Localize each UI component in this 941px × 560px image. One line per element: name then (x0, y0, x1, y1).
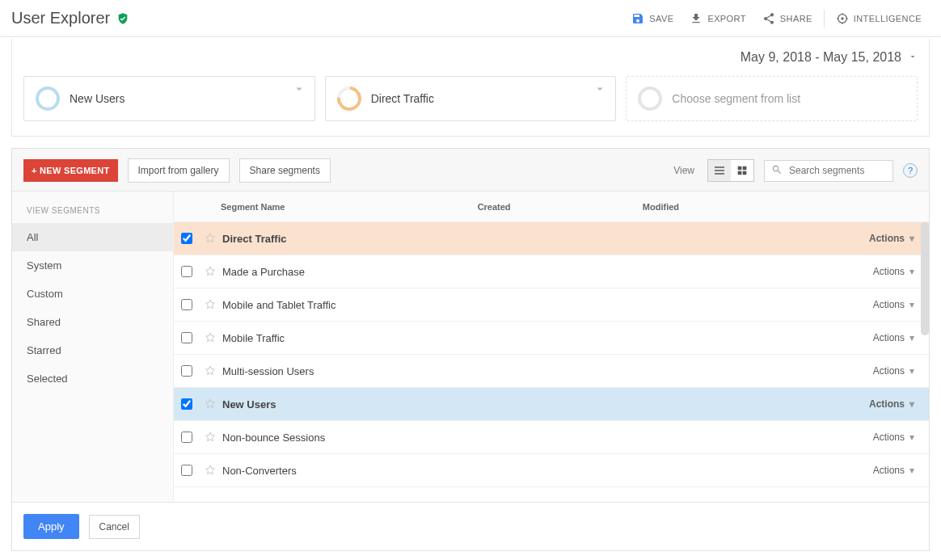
help-icon[interactable]: ? (903, 163, 918, 178)
col-header-created[interactable]: Created (478, 202, 643, 212)
share-label: SHARE (780, 14, 812, 23)
row-actions-menu[interactable]: Actions ▾ (873, 266, 914, 277)
star-icon[interactable] (200, 298, 221, 311)
row-checkbox[interactable] (181, 233, 192, 244)
segments-panel: + NEW SEGMENT Import from gallery Share … (11, 148, 930, 551)
page-title: User Explorer (11, 9, 110, 27)
segment-name: Mobile Traffic (221, 332, 479, 344)
sidebar-item-custom[interactable]: Custom (12, 280, 173, 308)
star-icon[interactable] (200, 431, 221, 444)
segment-name: Non-bounce Sessions (221, 432, 479, 444)
table-row[interactable]: Multi-session UsersActions ▾ (174, 355, 929, 388)
segments-footer: Apply Cancel (12, 502, 929, 550)
share-segments-button[interactable]: Share segments (239, 158, 331, 183)
table-row[interactable]: Made a PurchaseActions ▾ (174, 255, 929, 288)
row-actions-menu[interactable]: Actions ▾ (873, 332, 914, 343)
segment-chip-direct-traffic[interactable]: Direct Traffic (325, 76, 617, 121)
apply-button[interactable]: Apply (23, 514, 79, 539)
segment-chip-new-users[interactable]: New Users (23, 76, 315, 121)
star-icon[interactable] (200, 232, 221, 245)
sidebar-item-shared[interactable]: Shared (12, 308, 173, 336)
segments-table: Segment Name Created Modified Direct Tra… (174, 192, 929, 502)
star-icon[interactable] (200, 464, 221, 477)
import-from-gallery-button[interactable]: Import from gallery (128, 158, 230, 183)
table-row[interactable]: Direct TrafficActions ▾ (174, 222, 929, 255)
sidebar-item-selected[interactable]: Selected (12, 364, 173, 393)
row-checkbox[interactable] (181, 365, 192, 377)
sidebar-item-starred[interactable]: Starred (12, 336, 173, 364)
chevron-down-icon: ▾ (909, 266, 914, 277)
segment-name: Mobile and Tablet Traffic (221, 299, 479, 311)
segments-sidebar: VIEW SEGMENTS AllSystemCustomSharedStarr… (12, 192, 174, 502)
new-segment-button[interactable]: + NEW SEGMENT (23, 159, 118, 182)
segment-ring-icon (332, 82, 366, 116)
star-icon[interactable] (200, 265, 221, 278)
chevron-down-icon (593, 82, 607, 99)
view-grid-button[interactable] (731, 160, 753, 181)
sidebar-item-all[interactable]: All (12, 223, 173, 251)
segment-search[interactable] (764, 160, 893, 182)
chevron-down-icon: ▾ (909, 332, 914, 343)
date-range-text: May 9, 2018 - May 15, 2018 (741, 50, 901, 65)
table-row[interactable]: New UsersActions ▾ (174, 388, 929, 421)
svg-point-1 (841, 17, 843, 19)
row-actions-menu[interactable]: Actions ▾ (873, 365, 914, 377)
segment-name: Non-Converters (221, 465, 479, 477)
segments-toolbar: + NEW SEGMENT Import from gallery Share … (12, 149, 929, 192)
segment-name: New Users (221, 398, 479, 411)
row-checkbox[interactable] (181, 465, 192, 476)
verified-shield-icon (116, 12, 129, 25)
row-checkbox[interactable] (181, 332, 192, 343)
row-actions-menu[interactable]: Actions ▾ (873, 465, 914, 476)
divider (824, 10, 825, 27)
sidebar-header: VIEW SEGMENTS (12, 201, 173, 223)
segments-table-header: Segment Name Created Modified (174, 192, 929, 222)
chevron-down-icon: ▾ (909, 465, 914, 476)
row-actions-menu[interactable]: Actions ▾ (873, 299, 914, 310)
table-row[interactable]: Non-ConvertersActions ▾ (174, 454, 929, 487)
star-icon[interactable] (200, 398, 221, 411)
chevron-down-icon (908, 50, 918, 65)
table-row[interactable]: Non-bounce SessionsActions ▾ (174, 421, 929, 454)
table-row[interactable]: Mobile and Tablet TrafficActions ▾ (174, 288, 929, 322)
row-actions-menu[interactable]: Actions ▾ (873, 432, 914, 443)
star-icon[interactable] (200, 364, 221, 377)
export-button[interactable]: EXPORT (681, 7, 753, 30)
sidebar-item-system[interactable]: System (12, 251, 173, 280)
segment-chip-label: Direct Traffic (371, 92, 434, 105)
row-checkbox[interactable] (181, 266, 192, 277)
save-button[interactable]: SAVE (623, 7, 681, 30)
intelligence-button[interactable]: INTELLIGENCE (828, 7, 930, 30)
scrollbar[interactable] (921, 222, 929, 335)
cancel-button[interactable]: Cancel (89, 515, 140, 539)
save-label: SAVE (649, 14, 673, 23)
view-label: View (673, 165, 694, 176)
intelligence-label: INTELLIGENCE (854, 14, 922, 23)
star-icon[interactable] (200, 331, 221, 344)
chevron-down-icon: ▾ (909, 299, 914, 310)
chevron-down-icon: ▾ (909, 365, 914, 377)
segment-chip-placeholder: Choose segment from list (672, 92, 800, 105)
chevron-down-icon: ▾ (909, 398, 914, 410)
top-bar: User Explorer SAVE EXPORT SHARE INTELLIG… (0, 0, 941, 37)
segment-chip-add[interactable]: Choose segment from list (626, 76, 918, 121)
view-list-button[interactable] (708, 160, 731, 181)
col-header-name[interactable]: Segment Name (221, 202, 478, 212)
row-checkbox[interactable] (181, 299, 192, 310)
export-label: EXPORT (707, 14, 745, 23)
row-actions-menu[interactable]: Actions ▾ (869, 398, 914, 410)
date-range-picker[interactable]: May 9, 2018 - May 15, 2018 (741, 50, 918, 65)
chevron-down-icon: ▾ (909, 233, 914, 244)
view-toggle (707, 159, 754, 182)
search-icon (771, 164, 783, 178)
segment-search-input[interactable] (789, 165, 886, 176)
segment-ring-icon (36, 86, 60, 111)
col-header-modified[interactable]: Modified (643, 202, 808, 212)
chevron-down-icon (292, 82, 306, 99)
share-button[interactable]: SHARE (754, 7, 821, 30)
row-checkbox[interactable] (181, 432, 192, 443)
row-actions-menu[interactable]: Actions ▾ (869, 233, 914, 244)
table-row[interactable]: Mobile TrafficActions ▾ (174, 322, 929, 355)
row-checkbox[interactable] (181, 398, 192, 410)
report-header-card: May 9, 2018 - May 15, 2018 New Users Dir… (11, 39, 930, 137)
